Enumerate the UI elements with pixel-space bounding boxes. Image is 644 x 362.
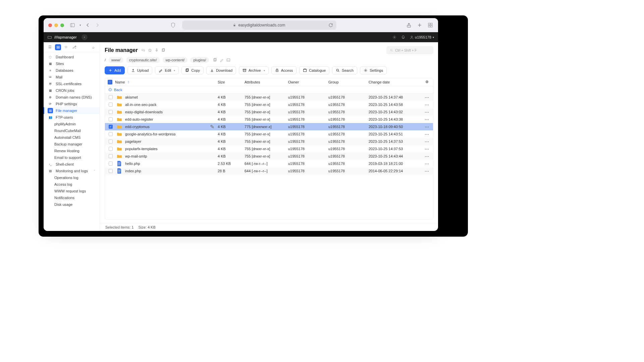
search-button[interactable]: Search [332, 66, 357, 74]
url-bar[interactable]: easydigitaldownloads.com [182, 20, 336, 30]
tabs-grid-icon[interactable] [427, 22, 433, 28]
sidebar-item-phpmyadmin[interactable]: phpMyAdmin [44, 121, 100, 127]
sidebar-item-notifications[interactable]: Notifications [44, 194, 100, 201]
sidebar-item-shell-client[interactable]: ›_Shell-client [44, 161, 100, 168]
edit-path-icon[interactable] [220, 58, 224, 62]
branch-icon[interactable]: ⎇ [71, 44, 77, 50]
breadcrumb-segment[interactable]: cryptonautic.site/ [126, 57, 160, 63]
open-terminal-icon[interactable] [226, 58, 230, 62]
sidebar-item-ftp-users[interactable]: 👥FTP-users [44, 114, 100, 121]
row-checkbox[interactable] [109, 132, 113, 136]
table-row[interactable]: easy-digital-downloads4 KB755 [drwxr-xr-… [105, 108, 433, 116]
sidebar-item-sites[interactable]: ▦Sites [44, 60, 100, 67]
copy-icon[interactable] [161, 48, 165, 52]
row-actions-icon[interactable]: ⋯ [425, 124, 429, 129]
row-checkbox[interactable] [109, 103, 113, 107]
list-view-icon[interactable]: ▤ [55, 44, 61, 50]
sidebar-item-domain-names-dns-[interactable]: ⊕Domain names (DNS) [44, 94, 100, 101]
edit-button[interactable]: Edit▾ [155, 66, 179, 74]
breadcrumb-segment[interactable]: plugins/ [190, 57, 209, 63]
search-help-box[interactable]: Ctrl + Shift + F [386, 46, 433, 54]
col-owner[interactable]: Owner [287, 80, 327, 84]
shield-icon[interactable] [170, 22, 176, 28]
row-actions-icon[interactable]: ⋯ [425, 139, 429, 144]
table-row[interactable]: all-in-one-seo-pack4 KB755 [drwxr-xr-x]u… [105, 101, 433, 108]
row-checkbox[interactable] [109, 162, 113, 166]
table-row[interactable]: ✓edd-cryptomus✎4 KB775 [drwxrwxr-x]u1955… [105, 123, 433, 130]
share-icon[interactable] [406, 22, 412, 28]
row-actions-icon[interactable]: ⋯ [425, 117, 429, 122]
sidebar-item-monitoring-and-logs[interactable]: ▨Monitoring and logs⌃ [44, 168, 100, 174]
table-row[interactable]: hello.php2.53 KB644 [-rw-r--r--]u1955178… [105, 160, 433, 167]
breadcrumb-segment[interactable]: wp-content/ [163, 57, 188, 63]
row-checkbox[interactable] [109, 169, 113, 173]
col-settings-icon[interactable]: ⚙ [421, 80, 433, 84]
minimize-window-icon[interactable] [54, 23, 58, 27]
table-row[interactable]: wp-mail-smtp4 KB755 [drwxr-xr-x]u1955178… [105, 153, 433, 160]
row-actions-icon[interactable]: ⋯ [425, 169, 429, 174]
collapse-icon[interactable]: ‹ [82, 34, 88, 40]
table-row[interactable]: popularfx-templates4 KB755 [drwxr-xr-x]u… [105, 145, 433, 153]
table-row[interactable]: pagelayer4 KB755 [drwxr-xr-x]u1955178u19… [105, 138, 433, 145]
sidebar-item-renew-hosting[interactable]: Renew Hosting [44, 147, 100, 154]
sidebar-item-cron-jobs[interactable]: ▦CRON jobs [44, 87, 100, 94]
sidebar-item-access-log[interactable]: Access log [44, 181, 100, 188]
sidebar-toggle-icon[interactable] [69, 22, 75, 28]
copy-path-icon[interactable] [213, 58, 217, 62]
col-name[interactable]: Name [115, 80, 125, 84]
copy-button[interactable]: Copy [181, 66, 204, 74]
table-row[interactable]: index.php28 B644 [-rw-r--r--]u1955178u19… [105, 167, 433, 175]
breadcrumb-segment[interactable]: www/ [108, 57, 123, 63]
back-row[interactable]: Back [105, 86, 433, 94]
sort-icon[interactable] [127, 80, 130, 84]
bell-icon[interactable] [401, 35, 405, 39]
close-window-icon[interactable] [48, 23, 52, 27]
sidebar-item-operations-log[interactable]: Operations log [44, 174, 100, 181]
download-button[interactable]: Download [206, 66, 236, 74]
sidebar-item-autoinstall-cms[interactable]: Autoinstall CMS [44, 134, 100, 141]
select-all-icon[interactable]: − [108, 80, 112, 84]
row-checkbox[interactable] [109, 110, 113, 114]
upload-button[interactable]: Upload [127, 66, 153, 74]
row-actions-icon[interactable]: ⋯ [425, 102, 429, 107]
col-size[interactable]: Size [216, 80, 243, 84]
row-actions-icon[interactable]: ⋯ [425, 146, 429, 152]
sidebar-item-email-to-support[interactable]: Email to support [44, 154, 100, 161]
back-icon[interactable] [85, 22, 91, 28]
catalogue-button[interactable]: Catalogue [299, 66, 329, 74]
row-checkbox[interactable]: ✓ [109, 125, 113, 129]
row-checkbox[interactable] [109, 154, 113, 158]
sidebar-item-databases[interactable]: ≡Databases [44, 67, 100, 74]
maximize-window-icon[interactable] [60, 23, 64, 27]
star-icon[interactable]: ☆ [63, 44, 69, 50]
access-button[interactable]: Access [271, 66, 297, 74]
pencil-icon[interactable]: ✎ [210, 124, 214, 130]
chevron-down-icon[interactable]: ▾ [79, 22, 82, 28]
sidebar-item-disk-usage[interactable]: Disk usage [44, 201, 100, 208]
settings-button[interactable]: Settings [360, 66, 387, 74]
col-date[interactable]: Change date [367, 80, 421, 84]
table-row[interactable]: edd-auto-register4 KB755 [drwxr-xr-x]u19… [105, 116, 433, 123]
row-checkbox[interactable] [109, 95, 113, 99]
sidebar-item-roundcubemail[interactable]: RoundCubeMail [44, 127, 100, 134]
user-menu[interactable]: u1955178 ▾ [410, 35, 434, 39]
sidebar-item-dashboard[interactable]: ◌Dashboard [44, 54, 100, 60]
gear-icon[interactable] [392, 35, 396, 39]
link-icon[interactable] [141, 48, 145, 52]
row-actions-icon[interactable]: ⋯ [425, 95, 429, 100]
reload-icon[interactable] [328, 22, 334, 28]
col-group[interactable]: Group [327, 80, 367, 84]
row-actions-icon[interactable]: ⋯ [425, 154, 429, 159]
archive-button[interactable]: Archive▾ [239, 66, 269, 74]
pin-icon[interactable] [155, 48, 159, 52]
table-row[interactable]: akismet4 KB755 [drwxr-xr-x]u1955178u1955… [105, 94, 433, 101]
table-row[interactable]: google-analytics-for-wordpress4 KB755 [d… [105, 130, 433, 138]
row-checkbox[interactable] [109, 139, 113, 143]
sidebar-item-www-request-logs[interactable]: WWW request logs [44, 188, 100, 194]
sidebar-item-ssl-certificates[interactable]: ⛨SSL-certificates [44, 80, 100, 87]
col-attributes[interactable]: Attributes [243, 80, 287, 84]
forward-icon[interactable] [94, 22, 100, 28]
search-icon[interactable]: ⌕ [90, 44, 96, 50]
row-actions-icon[interactable]: ⋯ [425, 161, 429, 166]
sidebar-item-mail[interactable]: ✉Mail [44, 74, 100, 80]
